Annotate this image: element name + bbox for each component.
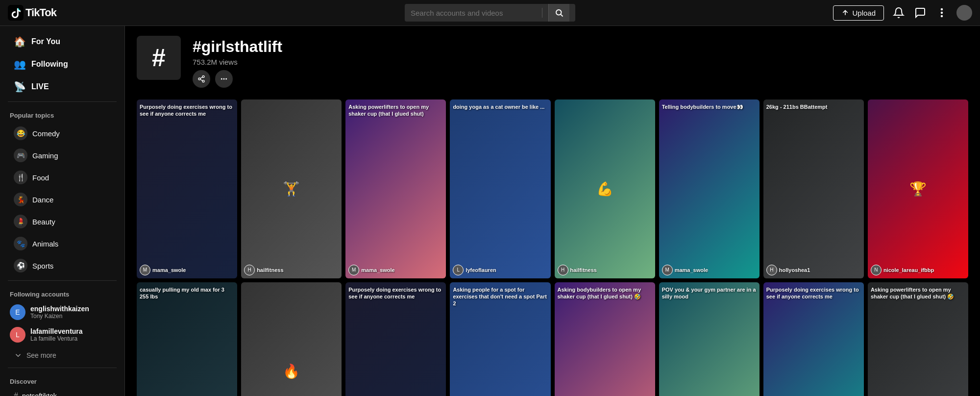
video-card-9[interactable]: casually pulling my old max for 3 255 lb…: [137, 282, 237, 396]
beauty-label: Beauty: [32, 218, 55, 226]
video-card-12[interactable]: Asking people for a spot for exercises t…: [450, 282, 550, 396]
video-text-14: POV you & your gym partner are in a sill…: [662, 286, 757, 300]
video-card-14[interactable]: POV you & your gym partner are in a sill…: [659, 282, 760, 396]
video-text-12: Asking people for a spot for exercises t…: [453, 286, 547, 307]
search-button[interactable]: [548, 4, 569, 22]
share-button[interactable]: [193, 70, 210, 88]
video-card-3[interactable]: Asking powerlifters to open my shaker cu…: [345, 99, 446, 278]
sidebar-item-live[interactable]: 📡 LIVE: [4, 76, 121, 98]
video-avatar-5: H: [558, 265, 568, 275]
gaming-icon: 🎮: [14, 148, 27, 162]
svg-line-10: [200, 79, 203, 81]
video-card-2[interactable]: 🏋️ H hailfitness: [241, 99, 342, 278]
see-more-button[interactable]: See more: [4, 347, 121, 364]
video-card-6[interactable]: Telling bodybuilders to move👀 M mama_swo…: [659, 99, 760, 278]
video-text-7: 26kg - 211bs BBattempt: [766, 103, 861, 110]
video-grid-row1: Purposely doing exercises wrong to see i…: [137, 99, 968, 278]
account-avatar-lafamilleventura: L: [10, 327, 25, 343]
video-card-1[interactable]: Purposely doing exercises wrong to see i…: [137, 99, 237, 278]
sidebar-item-comedy[interactable]: 😂 Comedy: [4, 123, 121, 144]
video-grid-row2: casually pulling my old max for 3 255 lb…: [137, 282, 968, 396]
search-bar[interactable]: [405, 4, 575, 22]
video-user-2: H hailfitness: [244, 265, 339, 275]
sidebar-item-dance[interactable]: 💃 Dance: [4, 189, 121, 210]
svg-rect-0: [8, 5, 24, 21]
account-info-englishwithkaizen: englishwithkaizen Tony Kaizen: [30, 305, 115, 320]
sidebar-divider-2: [8, 280, 117, 281]
video-card-7[interactable]: 26kg - 211bs BBattempt H hollyoshea1: [763, 99, 864, 278]
hashtag-title: #girlsthatlift: [193, 38, 968, 56]
search-input[interactable]: [411, 9, 536, 17]
video-user-1: M mama_swole: [140, 265, 234, 275]
following-accounts-title: Following accounts: [0, 285, 124, 301]
more-icon[interactable]: [935, 6, 949, 20]
messages-icon[interactable]: [913, 6, 927, 20]
video-avatar-8: N: [871, 265, 882, 275]
svg-point-9: [202, 80, 204, 82]
discover-tag-petsoftiktok[interactable]: # petsoftiktok: [4, 389, 121, 396]
sidebar-divider-1: [8, 101, 117, 102]
sidebar-item-following[interactable]: 👥 Following: [4, 53, 121, 75]
video-text-6: Telling bodybuilders to move👀: [662, 103, 757, 110]
video-username-4: lyfeoflauren: [466, 267, 496, 273]
account-handle-englishwithkaizen: Tony Kaizen: [30, 313, 115, 320]
sidebar: 🏠 For You 👥 Following 📡 LIVE Popular top…: [0, 26, 125, 396]
sidebar-item-animals[interactable]: 🐾 Animals: [4, 233, 121, 254]
video-user-5: H hailfitness: [558, 265, 652, 275]
home-icon: 🏠: [14, 36, 25, 48]
video-user-8: N nicole_lareau_ifbbp: [871, 265, 965, 275]
sidebar-item-food[interactable]: 🍴 Food: [4, 167, 121, 188]
hashtag-icon: #: [14, 392, 18, 396]
svg-line-2: [561, 14, 563, 16]
sidebar-item-gaming[interactable]: 🎮 Gaming: [4, 145, 121, 166]
video-card-5[interactable]: 💪 H hailfitness: [555, 99, 655, 278]
hashtag-actions: [193, 70, 968, 88]
video-card-16[interactable]: Asking powerlifters to open my shaker cu…: [868, 282, 968, 396]
sidebar-item-sports[interactable]: ⚽ Sports: [4, 255, 121, 276]
video-username-8: nicole_lareau_ifbbp: [883, 267, 934, 273]
video-avatar-7: H: [766, 265, 777, 275]
svg-point-5: [941, 12, 942, 13]
discover-title: Discover: [0, 372, 124, 388]
svg-point-8: [198, 78, 200, 80]
hashtag-info: #girlsthatlift 753.2M views: [193, 36, 968, 88]
following-account-lafamilleventura[interactable]: L lafamilleventura La famille Ventura: [0, 323, 124, 346]
video-card-4[interactable]: doing yoga as a cat owner be like ... L …: [450, 99, 550, 278]
video-text-15: Purposely doing exercises wrong to see i…: [766, 286, 861, 300]
video-avatar-6: M: [662, 265, 673, 275]
svg-point-14: [226, 78, 226, 79]
following-account-englishwithkaizen[interactable]: E englishwithkaizen Tony Kaizen: [0, 301, 124, 323]
video-card-8[interactable]: 🏆 N nicole_lareau_ifbbp: [868, 99, 968, 278]
video-text-1: Purposely doing exercises wrong to see i…: [140, 103, 234, 118]
video-card-11[interactable]: Purposely doing exercises wrong to see i…: [345, 282, 446, 396]
tiktok-logo[interactable]: TikTok: [8, 5, 56, 21]
hashtag-icon-box: #: [137, 36, 181, 80]
video-text-9: casually pulling my old max for 3 255 lb…: [140, 286, 234, 300]
video-card-13[interactable]: Asking bodybuilders to open my shaker cu…: [555, 282, 655, 396]
sidebar-item-beauty[interactable]: 💄 Beauty: [4, 211, 121, 232]
sidebar-item-for-you[interactable]: 🏠 For You: [4, 31, 121, 52]
food-icon: 🍴: [14, 171, 27, 184]
account-name-englishwithkaizen: englishwithkaizen: [30, 305, 115, 313]
upload-button[interactable]: Upload: [833, 5, 884, 21]
sidebar-nav-label-live: LIVE: [31, 82, 49, 91]
video-username-3: mama_swole: [361, 267, 394, 273]
svg-point-12: [221, 78, 222, 79]
sidebar-nav-label-for-you: For You: [31, 37, 60, 46]
account-name-lafamilleventura: lafamilleventura: [30, 327, 115, 335]
video-card-15[interactable]: Purposely doing exercises wrong to see i…: [763, 282, 864, 396]
popular-topics-title: Popular topics: [0, 106, 124, 122]
notifications-icon[interactable]: [892, 6, 906, 20]
video-avatar-3: M: [348, 265, 359, 275]
video-username-1: mama_swole: [152, 267, 186, 273]
user-avatar[interactable]: [956, 5, 972, 21]
video-card-10[interactable]: 🔥 H hailfitness: [241, 282, 342, 396]
video-user-3: M mama_swole: [348, 265, 443, 275]
video-user-6: M mama_swole: [662, 265, 757, 275]
more-options-button[interactable]: [215, 70, 233, 88]
following-icon: 👥: [14, 58, 25, 70]
upload-label: Upload: [852, 9, 876, 17]
video-username-6: mama_swole: [675, 267, 708, 273]
see-more-label: See more: [26, 351, 56, 359]
svg-point-1: [556, 10, 562, 15]
